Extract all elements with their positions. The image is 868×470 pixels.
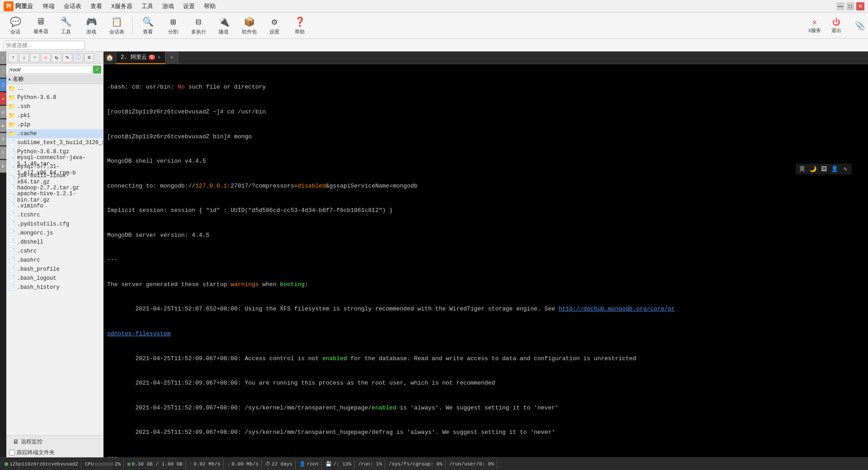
track-folder-checkbox[interactable] [9, 450, 15, 456]
x-service-btn[interactable]: ✕ X服务 [805, 14, 825, 37]
tree-item-mongorc[interactable]: 📄 .mongorc.js [6, 229, 103, 238]
term-line-9: The server generated these startup warni… [107, 281, 864, 289]
sidebar-btn-info[interactable]: ⓘ [73, 53, 83, 62]
file-icon-5: 📄 [8, 175, 15, 183]
toolbar-split-btn[interactable]: ⊞ 分割 [161, 14, 185, 37]
close-button[interactable]: ✕ [856, 2, 864, 10]
sidebar-btn-filter[interactable]: ≡ [84, 53, 94, 62]
terminal-home-tab[interactable]: 🏠 [104, 52, 116, 64]
file-icon-12: 📄 [8, 239, 15, 246]
terminal-content[interactable]: -bash: cd: usr/bin: No such file or dire… [104, 64, 868, 457]
tree-item-dbshell[interactable]: 📄 .dbshell [6, 238, 103, 247]
toolbar-settings-btn[interactable]: ⚙ 设置 [263, 14, 286, 37]
file-icon-7: 📄 [8, 193, 15, 201]
tab-close-icon[interactable]: ✕ [158, 54, 161, 60]
menu-view[interactable]: 查看 [86, 1, 107, 11]
tree-item-hive[interactable]: 📄 apache-hive-1.2.1-bin.tar.gz [6, 193, 103, 202]
quickbtn-8[interactable]: t [0, 146, 6, 159]
terminal-tab-alicloud[interactable]: 2. 阿里云 5 ✕ [116, 52, 165, 64]
toolbar-view-btn[interactable]: 🔍 查看 [136, 14, 160, 37]
quick-connect-input[interactable] [4, 41, 85, 50]
tree-item-tcshrc[interactable]: 📄 .tcshrc [6, 211, 103, 220]
tree-item-bashrc[interactable]: 📄 .bashrc [6, 256, 103, 265]
terminal-tab-add[interactable]: + [165, 52, 178, 64]
status-cpu: CPU 2% [82, 460, 124, 469]
toolbar-packages-btn[interactable]: 📦 软件包 [237, 14, 261, 37]
term-line-13: 2021-04-25T11:52:09.067+08:00: /sys/kern… [107, 404, 864, 412]
toolbar-help-btn[interactable]: ❓ 帮助 [288, 14, 311, 37]
remote-monitor-button[interactable]: 🖥 远程监控 [9, 437, 46, 446]
menu-terminal[interactable]: 终端 [38, 1, 59, 11]
tray-icon-1[interactable]: 英 [797, 164, 807, 174]
toolbar-server-btn[interactable]: 🖥 服务器 [29, 14, 52, 37]
sidebar-btn-refresh[interactable]: ↻ [52, 53, 61, 62]
file-icon-11: 📄 [8, 230, 15, 237]
upload-icon[interactable]: 📎 [852, 13, 868, 39]
xservice-icon: ✕ [812, 17, 817, 27]
exit-btn[interactable]: ⏻ 退出 [826, 14, 846, 37]
toolbar-tunnel-btn[interactable]: 🔌 隧道 [212, 14, 236, 37]
terminal-tabs: 🏠 2. 阿里云 5 ✕ + [104, 52, 868, 64]
menu-games[interactable]: 游戏 [158, 1, 179, 11]
sidebar-btn-edit[interactable]: ✎ [62, 53, 72, 62]
tree-item-parent[interactable]: 📁 .. [6, 84, 103, 93]
folder-icon-5: 📁 [8, 130, 15, 137]
menu-settings[interactable]: 设置 [179, 1, 199, 11]
tree-item-bash-profile[interactable]: 📄 .bash_profile [6, 265, 103, 274]
help-icon: ❓ [294, 16, 306, 28]
menu-xserver[interactable]: X服务器 [107, 1, 137, 11]
server-icon: 🖥 [36, 16, 45, 27]
tree-item-cshrc[interactable]: 📄 .cshrc [6, 247, 103, 256]
tray-icon-4[interactable]: 👤 [830, 164, 839, 174]
tray-icon-2[interactable]: 🌙 [808, 164, 817, 174]
menu-sessions[interactable]: 会话表 [59, 1, 86, 11]
tree-item-pki[interactable]: 📁 .pki [6, 111, 103, 120]
toolbar-multiexec-btn[interactable]: ⊟ 多执行 [187, 14, 210, 37]
tree-item-bash-logout[interactable]: 📄 .bash_logout [6, 274, 103, 283]
quickbtn-5[interactable]: ⚙ [0, 106, 6, 118]
tree-item-jdk[interactable]: 📄 jdk-8u111-linux-x64.tar.gz [6, 174, 103, 183]
tree-item-ssh[interactable]: 📁 .ssh [6, 102, 103, 111]
file-icon-15: 📄 [8, 266, 15, 273]
toolbar-session-btn[interactable]: 💬 会话 [4, 14, 27, 37]
tray-area: 英 🌙 🖼 👤 ✎ [796, 164, 852, 174]
cpu-label: CPU [85, 461, 94, 467]
tree-item-pydistutils[interactable]: 📄 .pydistutils.cfg [6, 220, 103, 229]
status-cgroup: /sys/fs/cgroup: 0% [386, 460, 446, 469]
menu-tools[interactable]: 工具 [137, 1, 158, 11]
sidebar-path-ok-button[interactable]: ✓ [93, 66, 101, 74]
quickbtn-6[interactable]: ▶ [0, 119, 6, 132]
quickbtn-4[interactable]: ★ [0, 92, 6, 105]
split-icon: ⊞ [170, 16, 176, 28]
tray-icon-5[interactable]: ✎ [841, 164, 850, 174]
sidebar-btn-delete[interactable]: ✕ [41, 53, 51, 62]
quickbtn-7[interactable]: S [0, 133, 6, 146]
sidebar-path-input[interactable] [8, 66, 93, 74]
sidebar-btn-up[interactable]: ↑ [8, 53, 18, 62]
tree-item-cache[interactable]: 📁 .cache [6, 129, 103, 138]
term-line-1: -bash: cd: usr/bin: No such file or dire… [107, 83, 864, 91]
sidebar-column-header: ▲ 名称 [6, 75, 103, 84]
tree-item-viminfo[interactable]: 📄 .viminfo [6, 202, 103, 211]
quickbtn-3[interactable]: ⬡ [0, 79, 6, 91]
toolbar-games-btn[interactable]: 🎮 游戏 [80, 14, 103, 37]
quickbtn-1[interactable]: ↕ [0, 52, 6, 64]
sidebar-btn-new[interactable]: + [30, 53, 40, 62]
tray-icon-3[interactable]: 🖼 [819, 164, 828, 174]
folder-up-icon: 📁 [8, 85, 15, 92]
term-line-15: --- [107, 453, 864, 457]
sidebar-file-tree[interactable]: 📁 .. 📁 Python-3.6.8 📁 .ssh 📁 .pki 📁 [6, 84, 103, 435]
menu-help[interactable]: 帮助 [199, 1, 220, 11]
quickbtn-9[interactable]: p [0, 160, 6, 173]
tree-item-pip[interactable]: 📁 .pip [6, 120, 103, 129]
toolbar-tools-btn[interactable]: 🔧 工具 [54, 14, 78, 37]
maximize-button[interactable]: □ [846, 2, 854, 10]
quickbtn-2[interactable]: ↕ [0, 65, 6, 78]
minimize-button[interactable]: — [836, 2, 844, 10]
tree-item-bash-history[interactable]: 📄 .bash_history [6, 283, 103, 292]
term-line-10b: odnotes-filesystem [107, 330, 864, 338]
tree-item-sublime[interactable]: 📄 sublime_text_3_build_3126_x64.t [6, 138, 103, 147]
toolbar-sessiontable-btn[interactable]: 📋 会话表 [105, 14, 128, 37]
tree-item-python368[interactable]: 📁 Python-3.6.8 [6, 93, 103, 102]
sidebar-btn-down[interactable]: ↓ [19, 53, 29, 62]
